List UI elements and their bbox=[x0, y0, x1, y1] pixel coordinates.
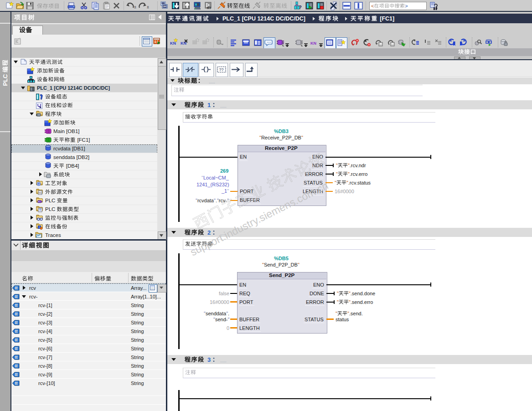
svg-text:rcv-[3]: rcv-[3] bbox=[38, 319, 52, 325]
svg-text:01: 01 bbox=[15, 321, 18, 324]
svg-text:16#0000: 16#0000 bbox=[210, 299, 229, 304]
svg-text:String: String bbox=[131, 319, 144, 325]
svg-text:.send.: .send. bbox=[349, 310, 363, 316]
svg-text:Array...: Array... bbox=[131, 285, 147, 290]
svg-text:false: false bbox=[219, 290, 229, 296]
svg-text:String: String bbox=[131, 354, 144, 360]
svg-text:Send_P2P: Send_P2P bbox=[269, 273, 295, 278]
svg-text:String: String bbox=[131, 363, 144, 368]
svg-text:3: 3 bbox=[207, 356, 211, 363]
svg-text:Local~CM_: Local~CM_ bbox=[203, 175, 229, 180]
svg-text:.....: ..... bbox=[220, 103, 227, 108]
svg-text:[FC1]: [FC1] bbox=[378, 15, 394, 22]
svg-text:01: 01 bbox=[15, 287, 18, 289]
svg-text:rcv-[9]: rcv-[9] bbox=[38, 371, 52, 377]
svg-text:Send_P2P_DB: Send_P2P_DB bbox=[264, 262, 298, 267]
svg-text:String: String bbox=[131, 302, 144, 308]
svg-text:01: 01 bbox=[15, 373, 18, 376]
svg-text:rcv-[6]: rcv-[6] bbox=[38, 345, 52, 351]
svg-text:1241_(RS232): 1241_(RS232) bbox=[196, 181, 229, 187]
svg-text:": " bbox=[301, 135, 303, 140]
svg-text:PLC_1 [CPU 1214C DC/DC/DC]: PLC_1 [CPU 1214C DC/DC/DC] bbox=[37, 85, 110, 91]
svg-text:rcvdata: rcvdata bbox=[197, 198, 214, 203]
svg-text:DONE: DONE bbox=[310, 290, 324, 296]
svg-text:Receive_P2P: Receive_P2P bbox=[265, 146, 298, 151]
svg-text:": " bbox=[337, 290, 339, 296]
svg-text:Main [OB1]: Main [OB1] bbox=[53, 128, 80, 134]
svg-text:.....: ..... bbox=[220, 358, 227, 363]
svg-text:01: 01 bbox=[15, 330, 18, 333]
svg-text:[FC1]: [FC1] bbox=[76, 137, 90, 143]
svg-text:269: 269 bbox=[220, 168, 228, 174]
svg-text:String: String bbox=[131, 371, 144, 377]
svg-text:_1: _1 bbox=[221, 188, 227, 194]
svg-text:01: 01 bbox=[15, 295, 18, 298]
svg-text:1: 1 bbox=[207, 101, 211, 108]
svg-text:String: String bbox=[131, 345, 144, 351]
svg-text:STATUS: STATUS bbox=[305, 316, 324, 322]
svg-text:send-: send- bbox=[215, 316, 228, 322]
svg-text:±: ± bbox=[147, 5, 149, 9]
svg-text:.send.done: .send.done bbox=[351, 290, 375, 296]
svg-text:rcv-: rcv- bbox=[29, 293, 38, 299]
svg-text:%DB5: %DB5 bbox=[274, 256, 289, 261]
svg-text:BUFFER: BUFFER bbox=[239, 316, 259, 322]
svg-text:16#0000: 16#0000 bbox=[335, 189, 354, 194]
svg-text:rcv-[8]: rcv-[8] bbox=[38, 363, 52, 368]
svg-text:01: 01 bbox=[15, 339, 18, 341]
svg-text:KN: KN bbox=[310, 41, 316, 46]
svg-text:String: String bbox=[131, 328, 144, 334]
svg-text:LENGTH: LENGTH bbox=[239, 325, 260, 330]
svg-text:PORT: PORT bbox=[239, 299, 253, 304]
svg-text:01: 01 bbox=[164, 5, 166, 8]
svg-text:01: 01 bbox=[15, 365, 18, 367]
svg-text:[DB4]: [DB4] bbox=[65, 163, 79, 169]
svg-text:?: ? bbox=[299, 5, 302, 10]
svg-text:??: ?? bbox=[219, 67, 223, 72]
svg-text:": " bbox=[227, 316, 229, 322]
svg-text:String: String bbox=[131, 337, 144, 342]
svg-text:REQ: REQ bbox=[239, 290, 250, 296]
svg-text:rcvdata [DB1]: rcvdata [DB1] bbox=[53, 146, 85, 151]
svg-text:01: 01 bbox=[15, 304, 18, 307]
svg-text:PLC_1 [CPU 1214C DC/DC/DC]: PLC_1 [CPU 1214C DC/DC/DC] bbox=[222, 15, 305, 22]
svg-text:senddata [DB2]: senddata [DB2] bbox=[53, 154, 89, 160]
svg-text:01: 01 bbox=[15, 313, 18, 315]
svg-text:ERROR: ERROR bbox=[306, 299, 324, 304]
svg-text:PLC: PLC bbox=[2, 72, 9, 86]
svg-text:String: String bbox=[131, 380, 144, 385]
svg-text:": " bbox=[335, 180, 336, 185]
svg-text:<: < bbox=[371, 3, 374, 8]
svg-text:": " bbox=[298, 262, 300, 267]
svg-text:EN: EN bbox=[239, 282, 246, 287]
svg-text:": " bbox=[227, 188, 229, 194]
svg-text:rcv-[4]: rcv-[4] bbox=[38, 328, 52, 334]
svg-text:rcv-[7]: rcv-[7] bbox=[38, 354, 52, 360]
svg-text:EN: EN bbox=[240, 154, 247, 159]
svg-text:Array[1..10]...: Array[1..10]... bbox=[131, 293, 161, 299]
svg-text:rcv-[2]: rcv-[2] bbox=[38, 311, 52, 316]
svg-text:rcv-[10]: rcv-[10] bbox=[38, 380, 55, 385]
svg-text:.rcv.erro: .rcv.erro bbox=[350, 171, 368, 177]
svg-text:": " bbox=[337, 299, 339, 304]
svg-text:.send.erro: .send.erro bbox=[351, 299, 373, 304]
svg-text:.rcv.ndr: .rcv.ndr bbox=[350, 163, 366, 168]
svg-text:rcv: rcv bbox=[29, 285, 36, 290]
svg-text:ENO: ENO bbox=[313, 282, 324, 287]
svg-text:.....: ..... bbox=[209, 79, 215, 84]
svg-text:01: 01 bbox=[15, 347, 18, 350]
svg-text:.rcv.status: .rcv.status bbox=[348, 180, 371, 185]
svg-text:String: String bbox=[131, 311, 144, 316]
svg-text:": " bbox=[336, 171, 338, 177]
svg-text:rcv-[5]: rcv-[5] bbox=[38, 337, 52, 342]
svg-text:±: ± bbox=[134, 5, 136, 9]
svg-text:>: > bbox=[405, 3, 408, 8]
svg-text:RT: RT bbox=[207, 6, 212, 10]
svg-text:%DB3: %DB3 bbox=[274, 128, 289, 134]
svg-text:PLC: PLC bbox=[45, 206, 57, 212]
svg-text:01: 01 bbox=[39, 191, 41, 194]
svg-text:0: 0 bbox=[227, 325, 229, 330]
svg-text:status: status bbox=[336, 316, 349, 322]
svg-text:01: 01 bbox=[15, 382, 18, 385]
svg-text:Receive_P2P_DB: Receive_P2P_DB bbox=[261, 135, 301, 140]
